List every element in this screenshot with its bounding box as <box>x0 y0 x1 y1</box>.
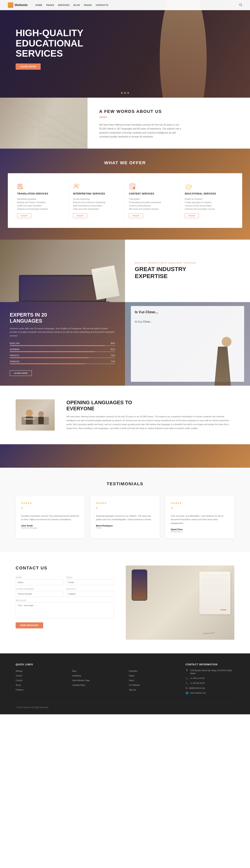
expertise-title: GREAT INDUSTRY EXPERTISE <box>135 266 196 280</box>
testimonial-2: ★★★★★ “ Amazing language courses for my … <box>90 496 159 538</box>
about-image-inner <box>0 98 88 149</box>
svg-rect-23 <box>22 417 49 425</box>
contact-email-input[interactable] <box>66 579 114 585</box>
testimonial-2-quote: “ <box>96 506 154 513</box>
footer-link-terms: Terms <box>15 683 64 687</box>
nav-home[interactable]: HOME <box>36 4 42 6</box>
contact-subject-input[interactable] <box>66 591 114 597</box>
footer-website: 🌐 www.verbonix.org <box>186 691 235 694</box>
testimonial-3-stars: ★★★★★ <box>171 502 229 504</box>
languages-left: EXPERTS IN 20 LANGUAGES Verbonix works w… <box>0 302 125 386</box>
footer-link-handbook: Handbook <box>72 674 121 677</box>
testimonial-2-stars: ★★★★★ <box>96 502 154 504</box>
translation-icon: A <box>17 183 24 190</box>
offer-educational-title: EDUCATIONAL SERVICES <box>185 192 233 195</box>
testimonials-title: TESTIMONIALS <box>15 482 235 487</box>
phone-icon: 📞 <box>186 677 188 680</box>
contact-title: CONTACT US <box>15 565 114 570</box>
svg-rect-25 <box>26 416 33 424</box>
footer-address: 📍 1234 Bonker Street San Diego CA 91543 … <box>186 669 235 675</box>
offer-item-content: ✓ CONTENT SERVICES TranscriptionProofrea… <box>125 179 181 222</box>
nav-contacts[interactable]: CONTACTS <box>96 4 108 6</box>
testimonial-3-author: David Chen <box>171 528 229 531</box>
hero-dot-2[interactable] <box>124 92 126 94</box>
footer-link-notes: Notes <box>129 678 178 682</box>
testimonial-3-role: Entrepreneur <box>171 531 229 533</box>
about-image <box>0 98 88 149</box>
footer-address-text: 1234 Bonker Street San Diego CA 91543 Un… <box>190 669 235 675</box>
lang-bar-french: FRENCH 75% <box>10 354 115 358</box>
opening-content: OPENING LANGUAGES TO EVERYONE We have be… <box>66 400 235 430</box>
footer-link-tutorial: Tutorial <box>15 674 64 677</box>
opening-text: We have been offering human translation … <box>66 415 235 430</box>
offer-title: WHAT WE OFFER <box>8 160 242 165</box>
expertise-content: QUALITY TRANSLATION & LANGUAGE TEACHING … <box>135 262 196 280</box>
languages-title: EXPERTS IN 20 LANGUAGES <box>10 312 115 324</box>
offer-content-btn[interactable]: ORDER <box>129 213 143 218</box>
about-title: A FEW WORDS ABOUT US <box>99 109 238 114</box>
footer-phone2: 📞 +1 222-65-55-06 <box>186 682 235 685</box>
languages-learn-btn[interactable]: LEARN MORE <box>10 370 32 376</box>
svg-point-15 <box>77 185 79 186</box>
contact-submit-button[interactable]: SEND MESSAGE <box>15 622 43 628</box>
search-icon[interactable] <box>239 3 242 7</box>
offer-interpreting-btn[interactable]: ORDER <box>73 213 87 218</box>
svg-line-3 <box>22 99 88 138</box>
contact-email-label: EMAIL <box>66 577 114 579</box>
offer-educational-btn[interactable]: ORDER <box>185 213 199 218</box>
contact-message-label: MESSAGE <box>15 599 114 602</box>
svg-rect-27 <box>38 417 44 424</box>
footer-bottom: © 2023 Verbonix. All Rights Reserved. <box>15 702 235 709</box>
testimonial-1-text: Excellent translation service! Very prof… <box>21 514 79 521</box>
contact-message-field: MESSAGE <box>15 599 114 618</box>
logo-text: Verbonix <box>14 3 28 7</box>
contact-form-side: CONTACT US NAME EMAIL PHONE NUMBER SUBJE… <box>15 565 114 628</box>
about-text: We have been offering human translation … <box>99 123 181 139</box>
expertise-section: QUALITY TRANSLATION & LANGUAGE TEACHING … <box>0 240 250 302</box>
testimonial-1-stars: ★★★★★ <box>21 502 79 504</box>
footer-phone1-text: +1 344-11-67-55 <box>190 677 205 680</box>
logo[interactable]: Verbonix <box>8 2 28 8</box>
footer-grid: QUICK LINKS Writings Tutorial Contact Te… <box>15 663 235 696</box>
testimonials-section: TESTIMONIALS ★★★★★ “ Excellent translati… <box>0 468 250 552</box>
banner-section <box>0 444 250 468</box>
offer-item-translation: A TRANSLATION SERVICES Advertising trans… <box>13 179 69 222</box>
offer-item-interpreting: INTERPRETING SERVICES On-site interpreti… <box>69 179 125 222</box>
contact-message-input[interactable] <box>15 602 114 618</box>
contact-name-input[interactable] <box>15 579 63 585</box>
svg-line-1 <box>241 5 242 6</box>
nav-pages1[interactable]: PAGES <box>46 4 54 6</box>
hero-dots <box>121 92 129 94</box>
hero-dot-3[interactable] <box>127 92 129 94</box>
contact-message-row: MESSAGE <box>15 599 114 618</box>
contact-email-field: EMAIL <box>66 577 114 585</box>
lang-bar-english: ENGLISH 90% <box>10 342 115 346</box>
footer-links-list-3: Examples Pages Notes Our Website Sign Up <box>129 669 178 691</box>
languages-right-image: Is V₁o Close... Is V₁o Close... <box>125 302 250 386</box>
footer-link-landing: Landing Pages <box>72 683 121 687</box>
languages-right-inner: Is V₁o Close... Is V₁o Close... <box>125 302 250 386</box>
nav-blog[interactable]: BLOG <box>73 4 80 6</box>
hero-dot-1[interactable] <box>121 92 123 94</box>
offer-section: WHAT WE OFFER A TRANSLATION SERVICES Adv… <box>0 149 250 240</box>
languages-description: Verbonix works with over 20 various lang… <box>10 327 115 338</box>
svg-text:✓: ✓ <box>133 187 135 189</box>
contact-name-label: NAME <box>15 577 63 579</box>
testimonial-1-quote: “ <box>21 506 79 513</box>
offer-translation-btn[interactable]: ORDER <box>17 213 31 218</box>
opening-title: OPENING LANGUAGES TO EVERYONE <box>66 400 235 412</box>
offer-translation-text: Advertising translationBanking and Finan… <box>17 197 65 211</box>
nav-services[interactable]: SERVICES <box>58 4 69 6</box>
expertise-right-content: QUALITY TRANSLATION & LANGUAGE TEACHING … <box>125 240 250 302</box>
footer-links-col2: - Blog Handbook Have Member Page Landing… <box>72 663 121 696</box>
nav-pages2[interactable]: PAGES <box>84 4 92 6</box>
hero-cta-button[interactable]: LEARN MORE <box>15 63 41 70</box>
logo-icon <box>8 2 13 8</box>
testimonial-2-role: Parent <box>96 527 154 529</box>
offer-item-educational: EDUCATIONAL SERVICES English for busines… <box>181 179 237 222</box>
contact-phone-input[interactable] <box>15 591 63 597</box>
svg-point-0 <box>240 4 242 6</box>
offer-content-text: TranscriptionProofreading and quality as… <box>129 197 177 211</box>
footer-link-pages: Pages <box>129 674 178 677</box>
footer-email: ✉ talk@verbonix.org <box>186 687 235 689</box>
